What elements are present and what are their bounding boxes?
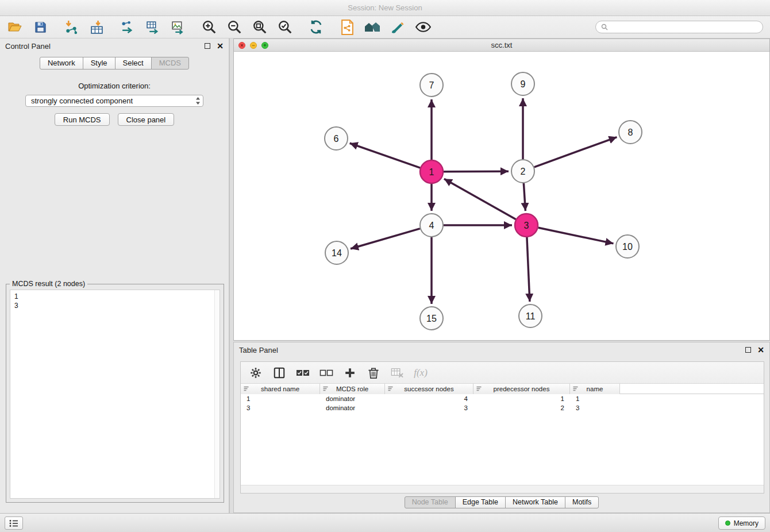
mcds-result-box[interactable]: 1 3 (10, 290, 220, 499)
add-row-icon[interactable] (343, 366, 357, 380)
graph-edge-1-6[interactable] (350, 143, 421, 168)
tab-motifs[interactable]: Motifs (565, 496, 599, 508)
close-window-icon[interactable]: × (238, 42, 245, 49)
criterion-select[interactable]: strongly connected component (25, 95, 203, 107)
tab-style[interactable]: Style (83, 57, 116, 70)
network-graph: 7968124314101511 (234, 52, 769, 340)
graph-node-8[interactable]: 8 (619, 121, 642, 144)
search-box[interactable] (595, 21, 763, 33)
window-titlebar: Session: New Session (0, 0, 770, 16)
column-header-label: name (587, 385, 603, 392)
close-panel-icon[interactable]: ✕ (217, 43, 224, 49)
toolbar-search-input[interactable] (611, 23, 757, 31)
style-brush-icon[interactable] (390, 19, 406, 35)
delete-row-icon[interactable] (367, 366, 380, 380)
column-header-mcds-role[interactable]: MCDS role (320, 384, 385, 394)
graph-edge-4-14[interactable] (351, 229, 420, 249)
graph-edge-2-3[interactable] (523, 183, 525, 211)
cell[interactable]: 3 (385, 403, 473, 413)
graph-node-7[interactable]: 7 (420, 74, 443, 97)
graph-edge-3-11[interactable] (527, 237, 530, 302)
graph-node-15[interactable]: 15 (420, 307, 443, 330)
result-scrollbar[interactable] (214, 290, 220, 498)
toolbar-group (339, 19, 431, 35)
tab-mcds[interactable]: MCDS (151, 57, 189, 70)
export-image-icon[interactable] (170, 19, 186, 35)
cell[interactable]: dominator (320, 403, 385, 413)
toolbar-group (63, 19, 105, 35)
run-mcds-button[interactable]: Run MCDS (55, 113, 110, 126)
sort-icon (476, 385, 482, 392)
graph-edge-2-8[interactable] (534, 137, 617, 167)
cell[interactable]: 3 (570, 403, 620, 413)
delete-table-icon[interactable] (390, 366, 404, 380)
zoom-fit-icon[interactable] (252, 19, 268, 35)
show-hide-icon[interactable] (415, 19, 431, 35)
tab-network[interactable]: Network (40, 57, 83, 70)
graph-node-3[interactable]: 3 (515, 214, 538, 237)
graph-node-4[interactable]: 4 (420, 214, 443, 237)
graph-node-1[interactable]: 1 (420, 160, 443, 183)
tab-node-table[interactable]: Node Table (405, 496, 456, 508)
home-icon[interactable] (364, 19, 380, 35)
graph-node-11[interactable]: 11 (519, 304, 542, 327)
zoom-out-icon[interactable] (226, 19, 242, 35)
apply-layout-icon[interactable] (308, 19, 324, 35)
graph-node-2[interactable]: 2 (511, 160, 534, 183)
import-network-icon[interactable] (63, 19, 79, 35)
columns-icon[interactable] (272, 366, 286, 380)
column-header-name[interactable]: name (570, 384, 620, 394)
zoom-selected-icon[interactable] (277, 19, 293, 35)
close-panel-button[interactable]: Close panel (118, 113, 175, 126)
export-network-icon[interactable] (120, 19, 136, 35)
table-frame: f(x) shared nameMCDS rolesuccessor nodes… (240, 361, 764, 494)
graph-edge-3-1[interactable] (444, 179, 516, 219)
close-table-panel-icon[interactable]: ✕ (757, 347, 764, 353)
table-header-row: shared nameMCDS rolesuccessor nodesprede… (241, 384, 764, 394)
graph-node-6[interactable]: 6 (325, 127, 348, 150)
maximize-window-icon[interactable]: + (261, 42, 268, 49)
minimize-window-icon[interactable]: − (250, 42, 257, 49)
zoom-in-icon[interactable] (201, 19, 217, 35)
table-row[interactable]: 3dominator323 (241, 403, 764, 413)
table-row[interactable]: 1dominator411 (241, 394, 764, 403)
tab-edge-table[interactable]: Edge Table (455, 496, 506, 508)
tab-network-table[interactable]: Network Table (505, 496, 565, 508)
cell[interactable]: 1 (241, 394, 320, 403)
save-session-icon[interactable] (32, 19, 48, 35)
network-document-icon[interactable] (339, 19, 355, 35)
open-session-icon[interactable] (7, 19, 23, 35)
function-builder-button[interactable]: f(x) (414, 366, 428, 380)
cell[interactable]: 3 (241, 403, 320, 413)
network-canvas[interactable]: 7968124314101511 (234, 52, 769, 340)
sort-icon (322, 385, 329, 392)
cell[interactable]: 2 (473, 403, 570, 413)
select-all-icon[interactable] (296, 366, 310, 380)
float-panel-icon[interactable] (205, 43, 210, 49)
settings-icon[interactable] (249, 366, 263, 380)
tab-select[interactable]: Select (115, 57, 152, 70)
column-header-predecessor-nodes[interactable]: predecessor nodes (473, 384, 570, 394)
export-table-icon[interactable] (145, 19, 161, 35)
cell[interactable]: 1 (473, 394, 570, 403)
graph-edge-1-2[interactable] (444, 171, 509, 172)
cell[interactable]: 1 (570, 394, 620, 403)
import-table-icon[interactable] (88, 19, 105, 35)
column-header-shared-name[interactable]: shared name (241, 384, 320, 394)
memory-button[interactable]: Memory (718, 516, 765, 530)
float-table-panel-icon[interactable] (745, 347, 751, 353)
graph-node-9[interactable]: 9 (511, 72, 534, 95)
task-history-button[interactable] (5, 516, 23, 530)
svg-text:10: 10 (622, 242, 633, 252)
graph-node-14[interactable]: 14 (325, 241, 348, 264)
cell[interactable]: 4 (385, 394, 473, 403)
graph-edge-3-10[interactable] (538, 228, 614, 244)
mcds-buttons: Run MCDS Close panel (0, 113, 229, 126)
cell[interactable]: dominator (320, 394, 385, 403)
graph-node-10[interactable]: 10 (616, 235, 639, 258)
svg-text:7: 7 (429, 80, 434, 90)
toolbar-group (120, 19, 186, 35)
column-header-successor-nodes[interactable]: successor nodes (385, 384, 473, 394)
deselect-all-icon[interactable] (319, 366, 333, 380)
table-horizontal-scrollbar[interactable] (241, 485, 764, 493)
